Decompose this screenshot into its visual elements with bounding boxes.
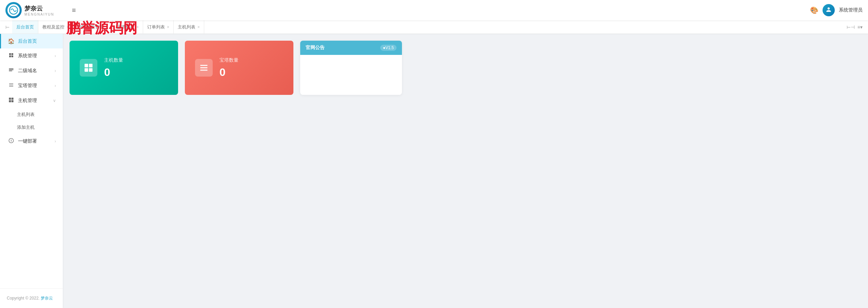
tab-dashboard[interactable]: 后台首页: [12, 20, 38, 34]
host-count-label: 主机数量: [104, 57, 123, 63]
tab-panel[interactable]: 控制面板管理 ×: [73, 20, 113, 34]
logo-main-text: 梦奈云: [24, 4, 54, 13]
tab-orders[interactable]: 订单列表 ×: [143, 20, 174, 34]
tab-baota-close[interactable]: ×: [136, 25, 139, 29]
baota-count-label: 宝塔数量: [219, 57, 238, 63]
tab-bar: ⊢ 后台首页 教程及监控 × 控制面板管理 × 宝塔列表 × 订单列表 × 主机…: [0, 20, 868, 34]
tab-action-pin[interactable]: ⊢⊣: [847, 24, 855, 30]
system-icon: [8, 53, 15, 59]
logo-icon: [5, 2, 22, 18]
tab-hosts-label: 主机列表: [178, 24, 195, 30]
host-count-value: 0: [104, 66, 123, 79]
sidebar-host-list-label: 主机列表: [17, 112, 35, 117]
top-header: 梦奈云 MENGNAIYUN ≡ 🎨 系统管理员: [0, 0, 868, 20]
baota-count-value: 0: [219, 66, 238, 79]
announcement-body: [300, 55, 402, 89]
menu-toggle-button[interactable]: ≡: [72, 6, 76, 14]
avatar: [823, 4, 835, 16]
sidebar-dashboard-label: 后台首页: [18, 38, 37, 44]
logo-text: 梦奈云 MENGNAIYUN: [24, 4, 54, 16]
host-arrow-icon: ∨: [53, 98, 56, 103]
tab-baota-label: 宝塔列表: [117, 24, 134, 30]
svg-rect-16: [84, 64, 88, 67]
header-right: 🎨 系统管理员: [810, 4, 863, 16]
announcement-card: 官网公告 ●V1.5: [300, 41, 402, 95]
sidebar-deploy-label: 一键部署: [18, 138, 37, 144]
sidebar-baota-label: 宝塔管理: [18, 83, 37, 89]
tab-dashboard-label: 后台首页: [16, 24, 34, 30]
sidebar-footer: Copyright © 2022. 梦奈云: [0, 288, 63, 308]
logo-sub-text: MENGNAIYUN: [24, 13, 54, 16]
tab-panel-close[interactable]: ×: [106, 25, 108, 29]
home-icon: 🏠: [8, 38, 15, 44]
baota-arrow-icon: ›: [55, 83, 56, 88]
svg-rect-14: [12, 100, 14, 102]
sidebar-item-system[interactable]: 系统管理 ›: [0, 48, 63, 63]
sidebar: 🏠 后台首页 系统管理 ›: [0, 34, 63, 308]
header-left: 梦奈云 MENGNAIYUN ≡: [5, 2, 76, 18]
baota-count-info: 宝塔数量 0: [219, 57, 238, 79]
baota-count-icon: [195, 59, 213, 77]
svg-rect-19: [89, 68, 93, 72]
subdomain-arrow-icon: ›: [55, 68, 56, 73]
system-arrow-icon: ›: [55, 54, 56, 58]
logo-area: 梦奈云 MENGNAIYUN: [5, 2, 66, 18]
svg-rect-11: [9, 98, 11, 100]
sidebar-item-deploy[interactable]: 一键部署 ›: [0, 134, 63, 149]
svg-rect-1: [9, 53, 11, 55]
stat-cards-row: 主机数量 0 宝塔数量 0: [70, 41, 861, 95]
main-layout: 🏠 后台首页 系统管理 ›: [0, 34, 868, 308]
tab-actions: ⊢⊣ ≡▾: [844, 24, 865, 30]
tab-orders-close[interactable]: ×: [167, 25, 169, 29]
svg-rect-5: [9, 68, 13, 69]
sidebar-item-baota[interactable]: 宝塔管理 ›: [0, 78, 63, 93]
tab-hosts-close[interactable]: ×: [197, 25, 200, 29]
tab-hosts[interactable]: 主机列表 ×: [174, 20, 204, 34]
tab-action-menu[interactable]: ≡▾: [857, 24, 863, 30]
copyright-text: Copyright © 2022.: [7, 296, 40, 301]
svg-rect-13: [9, 100, 11, 102]
announcement-title: 官网公告: [306, 45, 325, 51]
tab-tutorial[interactable]: 教程及监控 ×: [38, 20, 73, 34]
logo-inner-icon: [7, 4, 20, 16]
svg-rect-12: [12, 98, 14, 100]
svg-rect-2: [12, 53, 13, 55]
user-name-label: 系统管理员: [839, 7, 863, 13]
svg-rect-7: [9, 70, 12, 71]
svg-rect-17: [89, 64, 93, 67]
baota-icon: [8, 82, 15, 89]
sidebar-item-dashboard[interactable]: 🏠 后台首页: [0, 34, 63, 48]
tab-orders-label: 订单列表: [147, 24, 165, 30]
sidebar-item-host-list[interactable]: 主机列表: [0, 108, 63, 121]
content-area: 主机数量 0 宝塔数量 0: [63, 34, 868, 308]
host-icon: [8, 97, 15, 104]
tab-tutorial-close[interactable]: ×: [66, 25, 69, 29]
deploy-arrow-icon: ›: [55, 139, 56, 144]
tab-pin-icon[interactable]: ⊢: [3, 24, 12, 30]
sidebar-system-label: 系统管理: [18, 53, 37, 59]
svg-rect-3: [9, 56, 11, 57]
announcement-header: 官网公告 ●V1.5: [300, 41, 402, 55]
sidebar-item-subdomain[interactable]: 二级域名 ›: [0, 63, 63, 78]
subdomain-icon: [8, 67, 15, 74]
sidebar-host-add-label: 添加主机: [17, 125, 35, 130]
sidebar-subdomain-label: 二级域名: [18, 68, 37, 74]
deploy-icon: [8, 138, 15, 145]
svg-rect-6: [9, 69, 13, 70]
sidebar-host-label: 主机管理: [18, 98, 37, 104]
sidebar-item-host-add[interactable]: 添加主机: [0, 121, 63, 134]
tab-tutorial-label: 教程及监控: [42, 24, 64, 30]
stat-card-baota: 宝塔数量 0: [185, 41, 293, 95]
tab-panel-label: 控制面板管理: [77, 24, 104, 30]
tab-baota[interactable]: 宝塔列表 ×: [113, 20, 143, 34]
stat-card-host: 主机数量 0: [70, 41, 178, 95]
svg-rect-18: [84, 68, 88, 72]
svg-rect-4: [12, 56, 13, 57]
palette-icon[interactable]: 🎨: [810, 6, 818, 14]
host-count-info: 主机数量 0: [104, 57, 123, 79]
sidebar-item-host[interactable]: 主机管理 ∨: [0, 93, 63, 108]
brand-link[interactable]: 梦奈云: [41, 296, 53, 301]
host-count-icon: [80, 59, 97, 77]
announcement-version: ●V1.5: [380, 45, 397, 51]
